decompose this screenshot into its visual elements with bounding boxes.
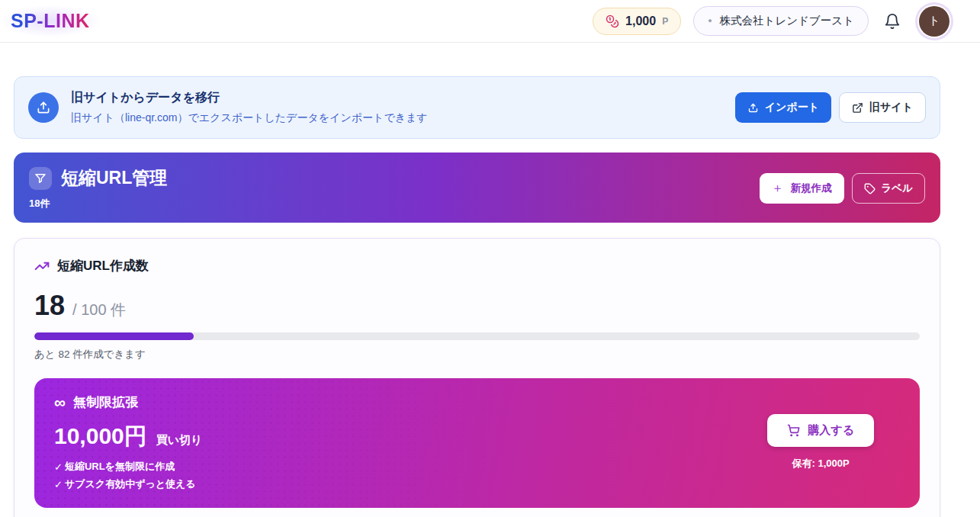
trending-up-icon [34,258,50,274]
upgrade-info: ∞ 無制限拡張 10,000円 買い切り ✓ 短縮URLを無制限に作成 ✓ サブ… [54,393,202,491]
import-button[interactable]: インポート [735,92,831,123]
check-icon: ✓ [54,479,63,490]
check-icon: ✓ [54,461,63,473]
points-unit: P [662,16,668,27]
create-new-button[interactable]: ＋ 新規作成 [760,173,844,204]
buy-button[interactable]: 購入する [767,414,874,447]
points-value: 1,000 [625,14,656,28]
create-new-button-label: 新規作成 [791,181,832,195]
usage-progress-track [34,332,920,340]
usage-progress-fill [34,332,194,340]
external-link-icon [852,102,863,114]
upload-circle [28,92,59,123]
avatar-initial: ト [928,14,940,28]
notifications-button[interactable] [881,10,904,33]
url-banner-left: 短縮URL管理 18件 [29,166,167,210]
app-header: SP-LINK 1,000 P ● 株式会社トレンドブースト ト [0,0,980,43]
usage-current-count: 18 [34,290,65,322]
filter-chip [29,167,52,190]
old-site-button[interactable]: 旧サイト [839,92,926,123]
cart-icon [787,424,800,437]
labels-button-label: ラベル [882,181,913,195]
upload-icon [747,102,759,114]
company-name: 株式会社トレンドブースト [720,14,854,28]
plus-icon: ＋ [772,182,784,194]
upgrade-purchase-area: 購入する 保有: 1,000P [767,393,874,491]
unlimited-upgrade-card: ∞ 無制限拡張 10,000円 買い切り ✓ 短縮URLを無制限に作成 ✓ サブ… [34,378,920,508]
migration-banner: 旧サイトからデータを移行 旧サイト（line-qr.com）でエクスポートしたデ… [14,76,940,139]
logo-container[interactable]: SP-LINK [0,5,101,37]
upload-icon [36,100,51,115]
old-site-button-label: 旧サイト [869,101,913,114]
url-usage-card: 短縮URL作成数 18 / 100 件 あと 82 件作成できます ∞ 無制限拡… [14,238,940,517]
url-management-banner: 短縮URL管理 18件 ＋ 新規作成 ラベル [14,153,940,223]
avatar[interactable]: ト [919,6,949,37]
usage-remaining-text: あと 82 件作成できます [34,348,920,361]
coins-icon [606,14,619,28]
header-right: 1,000 P ● 株式会社トレンドブースト ト [593,6,949,37]
usage-card-title: 短縮URL作成数 [57,257,149,275]
upgrade-price-row: 10,000円 買い切り [54,421,202,452]
tag-icon [864,183,876,194]
upgrade-price: 10,000円 [54,421,147,452]
labels-button[interactable]: ラベル [852,173,925,204]
infinity-icon: ∞ [54,394,66,410]
upgrade-feature-item: ✓ サブスク有効中ずっと使える [54,477,202,491]
buy-button-label: 購入する [808,423,854,438]
usage-count-row: 18 / 100 件 [34,290,920,322]
url-banner-actions: ＋ 新規作成 ラベル [760,173,925,204]
url-banner-title-row: 短縮URL管理 [29,166,167,190]
points-balance-text: 保有: 1,000P [792,457,850,470]
upgrade-feature-item: ✓ 短縮URLを無制限に作成 [54,460,202,474]
import-button-label: インポート [765,101,819,114]
funnel-icon [34,172,47,185]
company-badge[interactable]: ● 株式会社トレンドブースト [693,6,869,36]
usage-limit: / 100 件 [72,300,126,320]
upgrade-title-row: ∞ 無制限拡張 [54,393,202,411]
upgrade-price-note: 買い切り [156,433,203,448]
main-content: 旧サイトからデータを移行 旧サイト（line-qr.com）でエクスポートしたデ… [0,43,980,517]
upgrade-feature-text: サブスク有効中ずっと使える [65,477,196,491]
migration-subtitle: 旧サイト（line-qr.com）でエクスポートしたデータをインポートできます [71,111,428,125]
usage-card-header: 短縮URL作成数 [34,257,920,275]
page-title: 短縮URL管理 [61,166,167,190]
points-badge[interactable]: 1,000 P [593,8,681,35]
upgrade-title: 無制限拡張 [73,393,138,411]
status-dot-icon: ● [708,18,712,24]
app-logo: SP-LINK [11,10,90,31]
bell-icon [884,13,901,30]
url-count-badge: 18件 [29,197,167,210]
upgrade-features: ✓ 短縮URLを無制限に作成 ✓ サブスク有効中ずっと使える [54,460,202,491]
migration-actions: インポート 旧サイト [735,92,926,123]
upgrade-feature-text: 短縮URLを無制限に作成 [65,460,175,474]
migration-title: 旧サイトからデータを移行 [71,90,428,106]
migration-texts: 旧サイトからデータを移行 旧サイト（line-qr.com）でエクスポートしたデ… [71,90,428,125]
